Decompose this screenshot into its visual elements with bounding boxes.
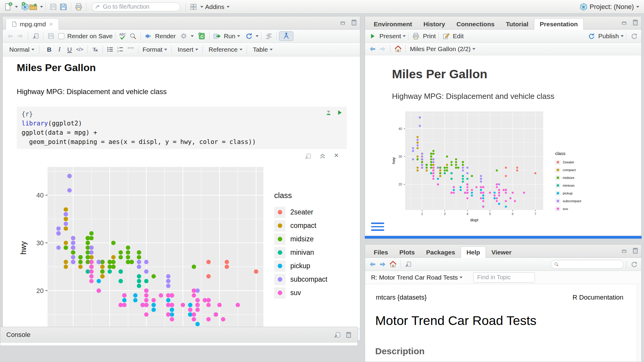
- run-icon[interactable]: [212, 31, 222, 41]
- present-play-icon[interactable]: [367, 31, 378, 41]
- tab-files[interactable]: Files: [368, 246, 394, 258]
- workspace-panes-button[interactable]: [188, 2, 199, 12]
- present-caret[interactable]: [403, 35, 406, 37]
- code-line[interactable]: geom_point(mapping = aes(x = displ, y = …: [22, 137, 342, 147]
- code-line[interactable]: library(ggplot2): [22, 119, 342, 128]
- help-search-box[interactable]: [551, 260, 624, 269]
- code-format-button[interactable]: </>: [75, 45, 85, 54]
- help-scrollbar[interactable]: [637, 285, 641, 362]
- render-icon[interactable]: [143, 31, 153, 41]
- back-button[interactable]: [5, 31, 15, 41]
- clear-formatting-button[interactable]: [90, 45, 100, 54]
- topic-history-menu[interactable]: R: Motor Trend Car Road Tests: [371, 274, 458, 281]
- maximize-pane-icon[interactable]: [631, 19, 638, 26]
- print-slides-icon[interactable]: [411, 31, 421, 41]
- rerun-button[interactable]: [244, 31, 254, 41]
- open-file-button[interactable]: [28, 2, 38, 12]
- table-menu[interactable]: Table: [253, 46, 268, 53]
- minimize-pane-icon[interactable]: [340, 19, 347, 26]
- paragraph-style-menu[interactable]: Normal: [9, 46, 30, 53]
- slide-location-menu[interactable]: Miles Per Gallon (2/2): [410, 45, 471, 53]
- maximize-pane-icon[interactable]: [350, 19, 357, 26]
- numbered-list-button[interactable]: [115, 45, 126, 54]
- tab-history[interactable]: History: [418, 18, 451, 30]
- run-chunks-above-icon[interactable]: [325, 110, 332, 116]
- edit-slides-icon[interactable]: [441, 31, 451, 41]
- help-back-icon[interactable]: [367, 260, 378, 269]
- help-search-input[interactable]: [561, 261, 620, 268]
- help-refresh-icon[interactable]: [629, 260, 639, 269]
- pane-resize-divider[interactable]: [365, 236, 642, 239]
- present-button[interactable]: Present: [379, 33, 401, 40]
- run-chunk-icon[interactable]: [337, 110, 343, 116]
- document-outline-button[interactable]: [264, 31, 274, 41]
- bold-button[interactable]: B: [44, 45, 54, 54]
- addins-caret[interactable]: [227, 6, 230, 8]
- insert-chunk-button[interactable]: [197, 31, 207, 41]
- slide-menu-icon[interactable]: [371, 223, 384, 231]
- forward-button[interactable]: [15, 31, 25, 41]
- print-button[interactable]: [74, 2, 84, 12]
- new-file-button[interactable]: [3, 2, 13, 12]
- popout-output-icon[interactable]: [304, 153, 312, 160]
- reference-menu[interactable]: Reference: [209, 46, 238, 53]
- clear-output-icon[interactable]: [334, 153, 339, 158]
- render-settings-gear-icon[interactable]: [179, 31, 189, 41]
- publish-button[interactable]: Publish: [598, 33, 619, 40]
- tab-viewer[interactable]: Viewer: [486, 246, 517, 258]
- tab-connections[interactable]: Connections: [451, 18, 500, 30]
- tab-help[interactable]: Help: [461, 246, 486, 258]
- slide-location-caret[interactable]: [472, 48, 475, 50]
- tab-mpg-qmd[interactable]: mpg.qmd: [6, 18, 59, 30]
- popout-window-button[interactable]: [30, 31, 41, 41]
- slide-back-icon[interactable]: [367, 44, 378, 54]
- edit-slides-button[interactable]: Edit: [453, 33, 464, 40]
- render-on-save-checkbox[interactable]: [58, 33, 64, 39]
- run-menu-caret[interactable]: [237, 35, 240, 37]
- blockquote-button[interactable]: ””: [126, 45, 136, 54]
- render-settings-caret[interactable]: [191, 35, 194, 37]
- code-line[interactable]: ggplot(data = mpg) +: [22, 128, 342, 137]
- underline-button[interactable]: U: [65, 45, 75, 54]
- slide-home-icon[interactable]: [393, 44, 403, 54]
- panes-dropdown-caret[interactable]: [200, 6, 203, 8]
- publish-icon[interactable]: [586, 31, 596, 41]
- minimize-pane-icon[interactable]: [622, 19, 629, 26]
- insert-menu[interactable]: Insert: [178, 46, 193, 53]
- document-canvas[interactable]: Miles Per Gallon Highway MPG: Displaceme…: [3, 56, 360, 328]
- collapse-output-icon[interactable]: [319, 153, 326, 159]
- topic-caret[interactable]: [460, 277, 463, 278]
- code-line[interactable]: {r}: [22, 110, 342, 119]
- help-forward-icon[interactable]: [378, 260, 388, 269]
- help-home-icon[interactable]: [388, 260, 398, 269]
- render-button[interactable]: Render: [155, 33, 176, 40]
- spellcheck-button[interactable]: [118, 31, 128, 41]
- project-menu[interactable]: Project: (None): [579, 0, 639, 14]
- format-menu[interactable]: Format: [143, 46, 163, 53]
- open-recent-caret[interactable]: [40, 6, 43, 8]
- save-all-button[interactable]: [58, 2, 68, 12]
- maximize-pane-icon[interactable]: [631, 247, 638, 254]
- print-slides-button[interactable]: Print: [423, 33, 436, 40]
- slide-forward-icon[interactable]: [378, 44, 388, 54]
- console-maximize-icon[interactable]: [344, 331, 352, 338]
- visual-editor-toggle[interactable]: [279, 31, 293, 41]
- save-doc-button[interactable]: [46, 31, 56, 41]
- minimize-pane-icon[interactable]: [622, 247, 629, 254]
- refresh-presentation-icon[interactable]: [629, 31, 639, 41]
- r-code-chunk[interactable]: {r}library(ggplot2)ggplot(data = mpg) + …: [17, 107, 347, 149]
- goto-file-input[interactable]: [103, 3, 177, 10]
- tab-presentation[interactable]: Presentation: [534, 18, 583, 30]
- tab-packages[interactable]: Packages: [420, 246, 461, 258]
- goto-file-search[interactable]: [92, 2, 180, 11]
- new-project-button[interactable]: [18, 2, 28, 12]
- italic-button[interactable]: I: [54, 45, 65, 54]
- style-caret[interactable]: [31, 49, 34, 50]
- console-header[interactable]: Console: [0, 327, 358, 343]
- tab-environment[interactable]: Environment: [368, 18, 418, 30]
- help-popout-icon[interactable]: [403, 260, 413, 269]
- find-in-topic-input[interactable]: [473, 272, 535, 283]
- publish-caret[interactable]: [621, 35, 624, 37]
- rerun-caret[interactable]: [256, 35, 259, 37]
- tab-tutorial[interactable]: Tutorial: [500, 18, 534, 30]
